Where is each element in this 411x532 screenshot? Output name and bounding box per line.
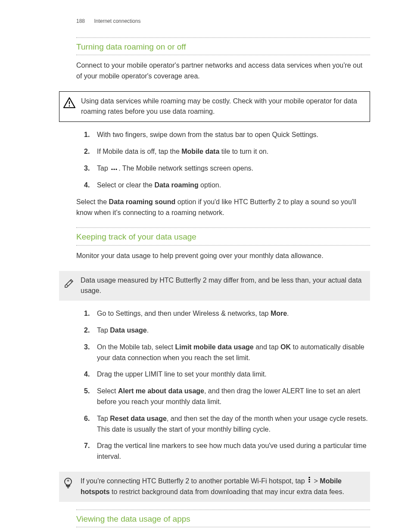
steps-list: With two fingers, swipe down from the st…: [84, 130, 370, 191]
step: Go to Settings, and then under Wireless …: [84, 308, 370, 319]
svg-point-1: [69, 105, 70, 106]
svg-line-5: [70, 280, 72, 282]
step: If Mobile data is off, tap the Mobile da…: [84, 146, 370, 157]
more-dots-icon: [111, 163, 118, 174]
section-roaming-steps: With two fingers, swipe down from the st…: [76, 130, 370, 218]
pencil-icon: [62, 276, 77, 292]
step: Drag the vertical line markers to see ho…: [84, 441, 370, 462]
section-roaming: Turning data roaming on or off Connect t…: [76, 37, 370, 82]
svg-rect-10: [309, 477, 310, 478]
svg-point-3: [114, 169, 115, 170]
step: Select Alert me about data usage, and th…: [84, 386, 370, 408]
chapter-title: Internet connections: [94, 18, 140, 24]
page-number: 188: [76, 18, 85, 24]
warning-callout: Using data services while roaming may be…: [59, 91, 370, 122]
note-text: Data usage measured by HTC Butterfly 2 m…: [81, 275, 365, 297]
intro-text: Connect to your mobile operator's partne…: [76, 60, 370, 82]
step: With two fingers, swipe down from the st…: [84, 130, 370, 140]
svg-rect-11: [309, 479, 310, 480]
section-app-usage: Viewing the data usage of apps Go to Set…: [76, 510, 370, 532]
lightbulb-icon: [62, 477, 77, 493]
svg-point-2: [112, 169, 113, 170]
menu-dots-vertical-icon: [308, 476, 311, 487]
step: Drag the upper LIMIT line to set your mo…: [84, 369, 370, 380]
page-header: 188 Internet connections: [76, 17, 370, 25]
section-title: Keeping track of your data usage: [76, 227, 370, 245]
section-data-usage-steps: Go to Settings, and then under Wireless …: [76, 308, 370, 462]
step: Select or clear the Data roaming option.: [84, 180, 370, 191]
warning-icon: [63, 97, 78, 112]
tip-callout: If you're connecting HTC Butterfly 2 to …: [59, 472, 370, 502]
svg-point-4: [116, 169, 117, 170]
step: Tap . The Mobile network settings screen…: [84, 163, 370, 174]
svg-rect-12: [309, 481, 310, 482]
note-callout: Data usage measured by HTC Butterfly 2 m…: [59, 271, 370, 301]
step: On the Mobile tab, select Limit mobile d…: [84, 342, 370, 364]
section-title: Turning data roaming on or off: [76, 37, 370, 55]
steps-list: Go to Settings, and then under Wireless …: [84, 308, 370, 462]
outro-text: Select the Data roaming sound option if …: [76, 197, 370, 218]
tip-text: If you're connecting HTC Butterfly 2 to …: [81, 476, 365, 498]
step: Tap Data usage.: [84, 325, 370, 336]
warning-text: Using data services while roaming may be…: [81, 96, 364, 118]
section-data-usage: Keeping track of your data usage Monitor…: [76, 227, 370, 261]
section-title: Viewing the data usage of apps: [76, 510, 370, 527]
intro-text: Monitor your data usage to help prevent …: [76, 251, 370, 261]
step: Tap Reset data usage, and then set the d…: [84, 414, 370, 435]
svg-line-6: [66, 284, 68, 286]
